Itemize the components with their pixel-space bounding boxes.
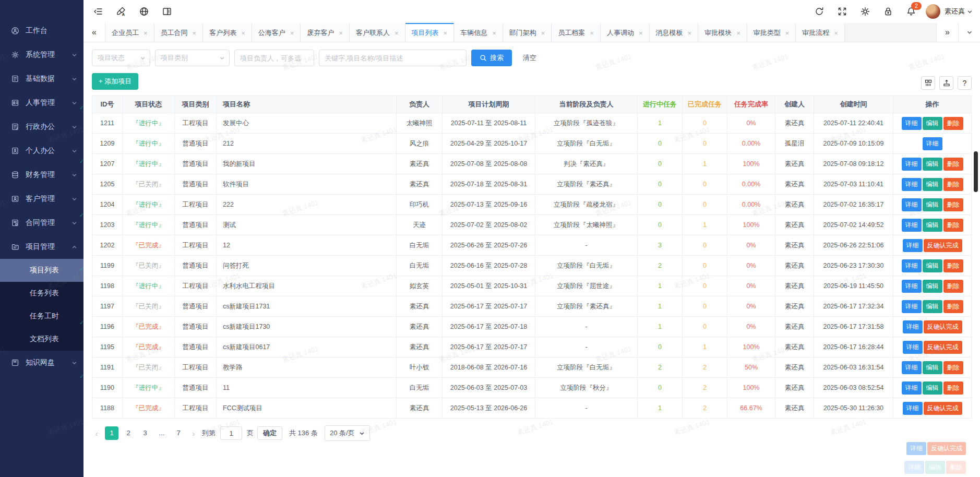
page-size-select[interactable]: 20 条/页 <box>325 425 370 441</box>
tab-废弃客户[interactable]: 废弃客户× <box>301 23 350 42</box>
add-project-button[interactable]: + 添加项目 <box>92 73 138 90</box>
edit-button[interactable]: 编辑 <box>923 259 942 272</box>
detail-button[interactable]: 详细 <box>902 198 922 211</box>
sidebar-item-admin-office[interactable]: 行政办公 <box>0 115 83 139</box>
close-icon[interactable]: × <box>688 30 692 37</box>
tab-审批类型[interactable]: 审批类型× <box>747 23 796 42</box>
sidebar-item-base-data[interactable]: 基础数据 <box>0 67 83 91</box>
close-icon[interactable]: × <box>541 30 545 37</box>
close-icon[interactable]: × <box>492 30 496 37</box>
close-icon[interactable]: × <box>736 30 740 37</box>
sidebar-item-personal-office[interactable]: 个人办公 <box>0 139 83 163</box>
tab-客户列表[interactable]: 客户列表× <box>203 23 252 42</box>
sidebar-item-task-hours[interactable]: 任务工时 <box>0 305 83 328</box>
sidebar-item-project[interactable]: 项目管理 <box>0 235 83 259</box>
page-button-3[interactable]: 3 <box>138 426 152 440</box>
tab-审批流程[interactable]: 审批流程× <box>796 23 845 42</box>
tab-公海客户[interactable]: 公海客户× <box>252 23 301 42</box>
close-icon[interactable]: × <box>639 30 643 37</box>
delete-button[interactable]: 删除 <box>943 178 963 191</box>
detail-button[interactable]: 详细 <box>902 117 922 130</box>
unconfirm-button[interactable]: 反确认完成 <box>924 320 962 333</box>
unconfirm-button[interactable]: 反确认完成 <box>924 402 962 415</box>
detail-button[interactable]: 详细 <box>903 239 923 252</box>
tab-企业员工[interactable]: 企业员工× <box>105 23 154 42</box>
delete-button[interactable]: 删除 <box>943 280 963 293</box>
detail-button[interactable]: 详细 <box>902 219 922 232</box>
detail-button[interactable]: 详细 <box>902 361 922 374</box>
edit-button[interactable]: 编辑 <box>923 219 942 232</box>
collapse-sidebar-icon[interactable] <box>87 0 110 23</box>
detail-button[interactable]: 详细 <box>903 341 923 354</box>
edit-button[interactable]: 编辑 <box>923 117 942 130</box>
close-icon[interactable]: × <box>444 30 448 37</box>
layout-icon[interactable] <box>156 0 178 23</box>
delete-button[interactable]: 删除 <box>943 361 963 374</box>
clear-button[interactable]: 清空 <box>523 53 536 63</box>
project-status-select[interactable]: 项目状态 <box>92 50 150 66</box>
fullscreen-icon[interactable] <box>831 0 854 23</box>
detail-button[interactable]: 详细 <box>902 259 922 272</box>
edit-button[interactable]: 编辑 <box>923 381 942 395</box>
unconfirm-button[interactable]: 反确认完成 <box>924 239 962 252</box>
delete-button[interactable]: 删除 <box>943 259 963 272</box>
tab-员工合同[interactable]: 员工合同× <box>154 23 204 42</box>
unconfirm-button[interactable]: 反确认完成 <box>924 341 962 354</box>
close-icon[interactable]: × <box>193 30 197 37</box>
avatar[interactable] <box>926 4 940 19</box>
sidebar-item-project-list[interactable]: 项目列表 <box>0 259 83 282</box>
tab-车辆信息[interactable]: 车辆信息× <box>454 23 503 42</box>
close-icon[interactable]: × <box>290 30 294 37</box>
user-menu[interactable]: 素还真 <box>945 7 973 16</box>
tabs-menu-icon[interactable] <box>958 23 980 42</box>
close-icon[interactable]: × <box>395 30 399 37</box>
goto-page-input[interactable] <box>220 426 242 440</box>
detail-button[interactable]: 详细 <box>923 137 942 150</box>
tab-人事调动[interactable]: 人事调动× <box>601 23 650 42</box>
scroll-tabs-left-icon[interactable]: « <box>83 23 105 42</box>
delete-button[interactable]: 删除 <box>943 381 963 395</box>
project-owner-input[interactable] <box>234 50 314 66</box>
sidebar-item-hr[interactable]: 人事管理 <box>0 91 83 115</box>
export-icon[interactable] <box>939 76 953 90</box>
edit-button[interactable]: 编辑 <box>923 280 942 293</box>
tab-审批模块[interactable]: 审批模块× <box>698 23 747 42</box>
tab-客户联系人[interactable]: 客户联系人× <box>350 23 405 42</box>
language-globe-icon[interactable] <box>133 0 156 23</box>
close-icon[interactable]: × <box>834 30 838 37</box>
close-icon[interactable]: × <box>144 30 148 37</box>
tab-员工档案[interactable]: 员工档案× <box>552 23 601 42</box>
sidebar-item-customer[interactable]: 客户管理 <box>0 187 83 211</box>
detail-button[interactable]: 详细 <box>902 300 922 313</box>
edit-button[interactable]: 编辑 <box>923 300 942 313</box>
delete-button[interactable]: 删除 <box>943 117 963 130</box>
next-page-icon[interactable]: › <box>189 429 198 438</box>
keyword-input[interactable] <box>319 50 467 66</box>
sidebar-item-task-list[interactable]: 任务列表 <box>0 282 83 305</box>
detail-button[interactable]: 详细 <box>902 280 922 293</box>
delete-button[interactable]: 删除 <box>943 219 963 232</box>
tab-消息模板[interactable]: 消息模板× <box>650 23 699 42</box>
bell-icon[interactable]: 2 <box>900 0 923 23</box>
detail-button[interactable]: 详细 <box>903 402 923 415</box>
vertical-scrollbar-thumb[interactable] <box>974 151 978 192</box>
delete-button[interactable]: 删除 <box>943 198 963 211</box>
search-button[interactable]: 搜索 <box>471 50 512 66</box>
edit-button[interactable]: 编辑 <box>923 158 942 171</box>
page-button-2[interactable]: 2 <box>122 426 135 440</box>
detail-button[interactable]: 详细 <box>902 178 922 191</box>
close-icon[interactable]: × <box>590 30 594 37</box>
sidebar-item-knowledge[interactable]: 知识网盘 <box>0 351 83 375</box>
help-icon[interactable]: ? <box>958 76 972 90</box>
sidebar-item-finance[interactable]: 财务管理 <box>0 163 83 187</box>
detail-button[interactable]: 详细 <box>902 381 922 395</box>
theme-brush-icon[interactable]: A <box>110 0 133 23</box>
detail-button[interactable]: 详细 <box>902 158 922 171</box>
detail-button[interactable]: 详细 <box>903 320 923 333</box>
edit-button[interactable]: 编辑 <box>923 361 942 374</box>
edit-button[interactable]: 编辑 <box>923 178 942 191</box>
page-button-1[interactable]: 1 <box>105 426 118 440</box>
close-icon[interactable]: × <box>339 30 343 37</box>
project-category-select[interactable]: 项目类别 <box>155 50 230 66</box>
scroll-tabs-right-icon[interactable]: » <box>936 23 958 42</box>
